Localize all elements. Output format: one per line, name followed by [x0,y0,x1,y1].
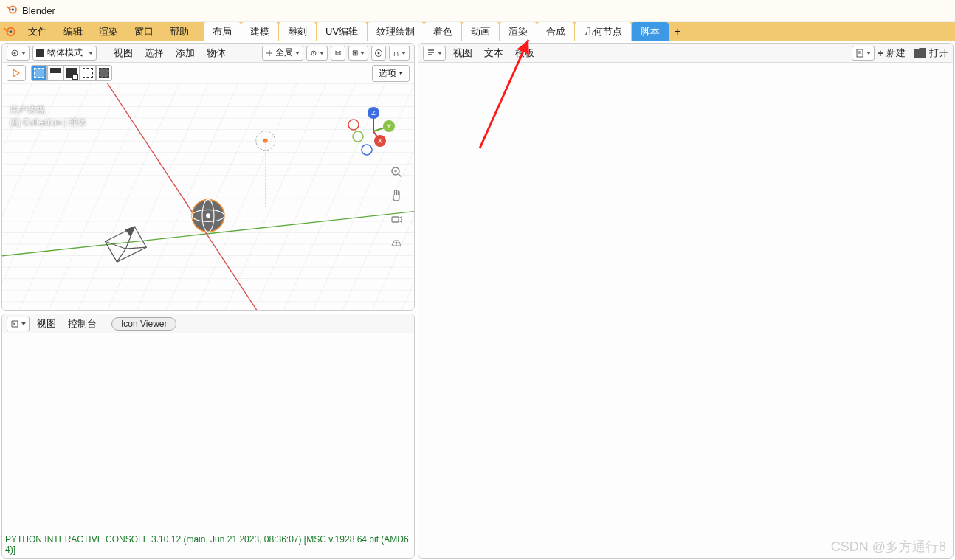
select-intersect[interactable] [80,65,96,81]
svg-point-5 [14,52,16,54]
svg-text:Y: Y [387,122,391,130]
svg-point-7 [313,52,314,54]
python-console-panel: 视图 控制台 Icon Viewer PYTHON INTERACTIVE CO… [1,314,415,559]
select-subtract[interactable] [63,65,80,81]
zoom-icon[interactable] [389,165,404,179]
nav-gizmo[interactable]: Z Y X [348,106,399,157]
pivot-selector[interactable] [306,46,328,61]
text-editor-panel: 视图 文本 模板 + 新建 打开 [418,43,954,559]
plus-icon: + [878,47,883,59]
text-editor-header: 视图 文本 模板 + 新建 打开 [418,44,953,63]
ws-tab-texpaint[interactable]: 纹理绘制 [368,22,424,41]
tool-cursor[interactable] [7,65,26,81]
svg-point-1 [12,8,14,10]
menu-window[interactable]: 窗口 [127,24,161,40]
viewport-panel: 物体模式 视图 选择 添加 物体 全局 ⊞ [1,43,415,311]
proportional-falloff[interactable]: ∩ [389,46,410,61]
svg-point-3 [10,30,13,33]
console-editor-type[interactable] [7,317,30,331]
orientation-selector[interactable]: 全局 [262,46,303,61]
text-menu-view[interactable]: 视图 [449,46,477,60]
workspace-tabs: 布局 建模 雕刻 UV编辑 纹理绘制 着色 动画 渲染 合成 几何节点 脚本 + [204,22,686,41]
proportional-edit[interactable] [371,46,386,61]
folder-icon [914,48,926,58]
viewport-overlay-text: 用户透视 (1) Collection | 球体 [10,104,86,129]
svg-point-35 [348,120,359,130]
snap-toggle[interactable] [331,46,345,61]
viewport-menu-view[interactable]: 视图 [109,46,137,60]
open-text-button[interactable]: 打开 [914,46,948,60]
text-menu-templates[interactable]: 模板 [511,46,539,60]
snap-options[interactable]: ⊞ [348,46,368,61]
svg-text:Z: Z [371,109,376,117]
console-menu-view[interactable]: 视图 [32,317,61,331]
ws-tab-layout[interactable]: 布局 [204,22,241,41]
viewport-toolbar: 选项 ▾ [2,63,414,83]
text-editor-type[interactable] [423,46,446,61]
viewport-menu-object[interactable]: 物体 [202,46,230,60]
console-menu-console[interactable]: 控制台 [63,317,101,331]
ws-tab-geonodes[interactable]: 几何节点 [575,22,631,41]
console-output[interactable]: PYTHON INTERACTIVE CONSOLE 3.10.12 (main… [2,333,414,558]
text-datablock-selector[interactable] [852,46,875,61]
window-title: Blender [22,5,55,16]
viewport-header: 物体模式 视图 选择 添加 物体 全局 ⊞ [2,44,414,63]
svg-rect-40 [392,217,399,222]
svg-point-22 [263,139,268,143]
mode-selector[interactable]: 物体模式 [32,46,97,61]
blender-logo-icon [6,4,18,18]
icon-viewer-button[interactable]: Icon Viewer [111,317,176,331]
menu-help[interactable]: 帮助 [162,24,196,40]
svg-text:X: X [378,137,382,145]
viewport-menu-add[interactable]: 添加 [171,46,199,60]
ws-tab-scripting[interactable]: 脚本 [632,22,669,41]
ws-tab-shading[interactable]: 着色 [424,22,461,41]
ws-tab-modeling[interactable]: 建模 [241,22,278,41]
ws-tab-animation[interactable]: 动画 [462,22,499,41]
editor-type-selector[interactable] [7,46,30,61]
svg-line-37 [399,174,401,177]
top-menubar: 文件 编辑 渲染 窗口 帮助 布局 建模 雕刻 UV编辑 纹理绘制 着色 动画 … [0,22,955,41]
menu-file[interactable]: 文件 [21,24,55,40]
ws-tab-sculpt[interactable]: 雕刻 [279,22,316,41]
select-box[interactable] [31,65,47,81]
ws-tab-compositing[interactable]: 合成 [537,22,574,41]
select-invert[interactable] [96,65,112,81]
ws-add-button[interactable]: + [669,24,686,40]
svg-point-34 [362,145,372,155]
options-dropdown[interactable]: 选项 ▾ [372,65,410,82]
mode-label: 物体模式 [47,46,83,59]
window-titlebar: Blender [0,0,955,22]
viewport-menu-select[interactable]: 选择 [140,46,168,60]
text-menu-text[interactable]: 文本 [480,46,508,60]
perspective-grid-icon[interactable] [389,235,404,250]
pan-hand-icon[interactable] [389,188,404,203]
svg-point-33 [353,131,363,142]
ws-tab-uv[interactable]: UV编辑 [317,22,367,41]
camera-view-icon[interactable] [389,212,404,227]
select-extend[interactable] [47,65,63,81]
menu-render[interactable]: 渲染 [92,24,125,40]
new-text-button[interactable]: + 新建 [878,46,906,60]
menu-edit[interactable]: 编辑 [56,24,90,40]
svg-point-20 [206,213,210,218]
app-icon[interactable] [3,25,19,38]
viewport-3d-canvas[interactable]: 用户透视 (1) Collection | 球体 Z Y X [2,83,414,310]
console-header: 视图 控制台 Icon Viewer [2,314,414,333]
ws-tab-rendering[interactable]: 渲染 [500,22,537,41]
svg-point-9 [378,52,380,54]
